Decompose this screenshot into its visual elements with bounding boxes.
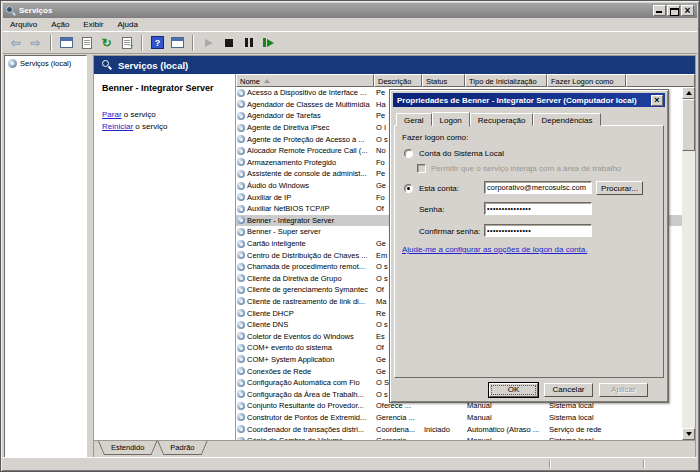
pane-header: Serviços (local) bbox=[94, 56, 695, 74]
services-console-window: Serviços Arquivo Ação Exibir Ajuda ⇦ ⇨ ↻… bbox=[0, 0, 700, 472]
confirm-password-label: Confirmar senha: bbox=[419, 227, 480, 236]
service-gear-icon bbox=[237, 367, 245, 375]
password-label: Senha: bbox=[419, 205, 444, 214]
status-pane-divider bbox=[549, 460, 551, 468]
services-gear-icon bbox=[8, 59, 17, 68]
desktop-interact-label: Permitir que o serviço interaja com a ár… bbox=[431, 164, 621, 173]
service-gear-icon bbox=[237, 332, 245, 340]
service-gear-icon bbox=[237, 274, 245, 282]
service-gear-icon bbox=[237, 182, 245, 190]
view-tabs: Estendido Padrão bbox=[94, 440, 695, 457]
stop-service-line: Parar o serviço bbox=[102, 109, 227, 121]
scroll-up-icon[interactable] bbox=[682, 87, 695, 99]
column-header-tipo[interactable]: Tipo de Inicialização bbox=[465, 74, 547, 87]
tab-geral[interactable]: Geral bbox=[396, 113, 432, 126]
service-gear-icon bbox=[237, 379, 245, 387]
menu-exibir[interactable]: Exibir bbox=[76, 18, 110, 31]
service-gear-icon bbox=[237, 344, 245, 352]
service-gear-icon bbox=[237, 147, 245, 155]
dialog-title: Propriedades de Benner - Integrator Serv… bbox=[397, 96, 637, 105]
service-gear-icon bbox=[237, 170, 245, 178]
scrollbar-thumb[interactable] bbox=[682, 99, 695, 151]
restart-service-icon[interactable] bbox=[260, 34, 277, 51]
forward-icon[interactable]: ⇨ bbox=[27, 34, 44, 51]
service-gear-icon bbox=[237, 390, 245, 398]
magnifier-icon bbox=[102, 60, 112, 70]
service-gear-icon bbox=[237, 425, 245, 433]
service-gear-icon bbox=[237, 413, 245, 421]
stop-service-link[interactable]: Parar bbox=[102, 110, 122, 119]
menu-acao[interactable]: Ação bbox=[44, 18, 76, 31]
status-pane-divider bbox=[643, 460, 645, 468]
dialog-buttons: OK Cancelar Aplicar bbox=[489, 383, 648, 397]
close-button[interactable] bbox=[681, 5, 694, 16]
show-console-tree-icon[interactable] bbox=[58, 34, 75, 51]
back-icon[interactable]: ⇦ bbox=[7, 34, 24, 51]
desktop-interact-checkbox[interactable] bbox=[417, 164, 426, 173]
service-gear-icon bbox=[237, 355, 245, 363]
tree-item-services-local[interactable]: Serviços (local) bbox=[7, 58, 84, 69]
properties-window-icon[interactable] bbox=[169, 34, 186, 51]
vertical-scrollbar[interactable] bbox=[682, 87, 695, 440]
column-header-nome[interactable]: Nome bbox=[236, 74, 374, 87]
this-account-label[interactable]: Esta conta: bbox=[419, 184, 459, 193]
maximize-button[interactable] bbox=[667, 5, 680, 16]
console-tree-panel: Serviços (local) bbox=[4, 55, 87, 458]
logon-as-label: Fazer logon como: bbox=[402, 133, 468, 142]
menu-arquivo[interactable]: Arquivo bbox=[3, 18, 44, 31]
tab-dependencias[interactable]: Dependências bbox=[533, 113, 600, 126]
service-row[interactable]: Coordenador de transações distri... Coor… bbox=[236, 423, 682, 435]
start-service-icon[interactable] bbox=[200, 34, 217, 51]
status-bar bbox=[3, 457, 697, 469]
this-account-radio[interactable] bbox=[404, 184, 413, 193]
service-gear-icon bbox=[237, 100, 245, 108]
account-input[interactable] bbox=[484, 181, 592, 194]
stop-service-icon[interactable] bbox=[220, 34, 237, 51]
service-gear-icon bbox=[237, 135, 245, 143]
toolbar: ⇦ ⇨ ↻ → ? bbox=[3, 32, 697, 54]
browse-button[interactable]: Procurar... bbox=[596, 181, 643, 195]
logon-help-link[interactable]: Ajude-me a configurar as opções de logon… bbox=[402, 245, 587, 254]
tab-logon[interactable]: Logon bbox=[432, 112, 470, 127]
tab-padrao[interactable]: Padrão bbox=[157, 441, 207, 455]
service-gear-icon bbox=[237, 240, 245, 248]
service-row[interactable]: Construtor de Pontos de Extremid... Gere… bbox=[236, 412, 682, 424]
column-header-logon[interactable]: Fazer Logon como bbox=[547, 74, 626, 87]
tab-estendido[interactable]: Estendido bbox=[98, 441, 157, 455]
column-header-blank bbox=[626, 74, 695, 87]
service-gear-icon bbox=[237, 321, 245, 329]
services-app-icon bbox=[6, 6, 16, 16]
export-icon[interactable]: → bbox=[118, 34, 135, 51]
service-gear-icon bbox=[237, 297, 245, 305]
menu-ajuda[interactable]: Ajuda bbox=[110, 18, 144, 31]
service-gear-icon bbox=[237, 228, 245, 236]
password-input[interactable] bbox=[484, 202, 592, 215]
dialog-title-bar: Propriedades de Benner - Integrator Serv… bbox=[393, 93, 665, 107]
tab-recuperacao[interactable]: Recuperação bbox=[470, 113, 534, 126]
export-list-icon[interactable] bbox=[78, 34, 95, 51]
column-header-status[interactable]: Status bbox=[422, 74, 465, 87]
service-gear-icon bbox=[237, 205, 245, 213]
dialog-close-icon[interactable]: × bbox=[651, 95, 663, 106]
restart-service-line: Reiniciar o serviço bbox=[102, 121, 227, 133]
apply-button[interactable]: Aplicar bbox=[599, 383, 648, 397]
confirm-password-input[interactable] bbox=[484, 224, 592, 237]
local-system-label[interactable]: Conta do Sistema Local bbox=[419, 149, 504, 158]
sort-ascending-icon bbox=[264, 79, 270, 83]
pause-service-icon[interactable] bbox=[240, 34, 257, 51]
restart-service-link[interactable]: Reiniciar bbox=[102, 122, 133, 131]
ok-button[interactable]: OK bbox=[489, 383, 538, 397]
service-gear-icon bbox=[237, 286, 245, 294]
minimize-button[interactable] bbox=[653, 5, 666, 16]
scroll-down-icon[interactable] bbox=[682, 428, 695, 440]
help-icon[interactable]: ? bbox=[149, 34, 166, 51]
service-gear-icon bbox=[237, 309, 245, 317]
service-gear-icon bbox=[237, 263, 245, 271]
pane-header-title: Serviços (local) bbox=[118, 60, 188, 71]
title-bar: Serviços bbox=[3, 3, 697, 18]
refresh-icon[interactable]: ↻ bbox=[98, 34, 115, 51]
column-header-descricao[interactable]: Descrição bbox=[374, 74, 422, 87]
cancel-button[interactable]: Cancelar bbox=[544, 383, 593, 397]
service-gear-icon bbox=[237, 251, 245, 259]
local-system-radio[interactable] bbox=[404, 149, 413, 158]
